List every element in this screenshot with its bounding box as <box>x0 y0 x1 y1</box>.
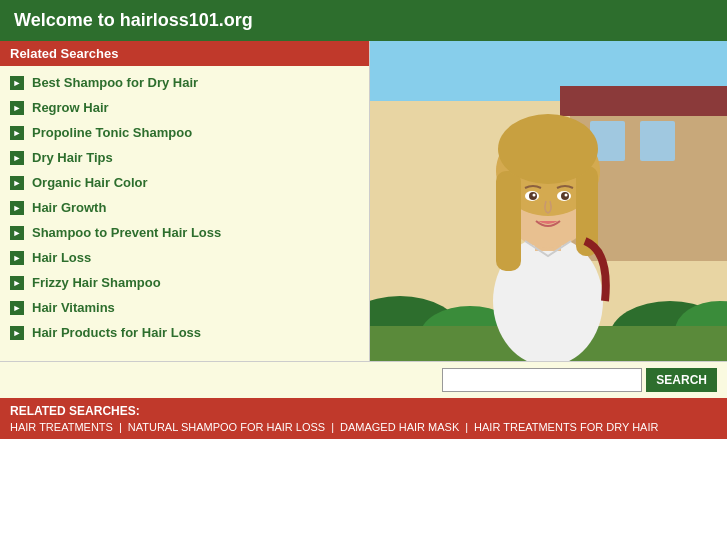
footer-link[interactable]: HAIR TREATMENTS <box>10 421 113 433</box>
footer-related-label: RELATED SEARCHES: <box>10 404 717 418</box>
link-label: Hair Products for Hair Loss <box>32 325 201 340</box>
link-label: Frizzy Hair Shampoo <box>32 275 161 290</box>
main-container: Related Searches ►Best Shampoo for Dry H… <box>0 41 727 361</box>
svg-rect-5 <box>640 121 675 161</box>
link-item[interactable]: ►Hair Loss <box>0 245 369 270</box>
svg-rect-15 <box>496 171 521 271</box>
link-label: Organic Hair Color <box>32 175 148 190</box>
arrow-icon: ► <box>10 301 24 315</box>
link-item[interactable]: ►Regrow Hair <box>0 95 369 120</box>
link-item[interactable]: ►Hair Vitamins <box>0 295 369 320</box>
footer-separator: | <box>331 421 334 433</box>
footer-link[interactable]: DAMAGED HAIR MASK <box>340 421 459 433</box>
link-label: Best Shampoo for Dry Hair <box>32 75 198 90</box>
left-panel: Related Searches ►Best Shampoo for Dry H… <box>0 41 370 361</box>
arrow-icon: ► <box>10 101 24 115</box>
hero-image <box>370 41 727 361</box>
arrow-icon: ► <box>10 176 24 190</box>
arrow-icon: ► <box>10 276 24 290</box>
link-item[interactable]: ►Frizzy Hair Shampoo <box>0 270 369 295</box>
search-input[interactable] <box>442 368 642 392</box>
header-title: Welcome to hairloss101.org <box>14 10 253 30</box>
link-label: Dry Hair Tips <box>32 150 113 165</box>
svg-rect-3 <box>560 86 727 116</box>
link-item[interactable]: ►Hair Products for Hair Loss <box>0 320 369 345</box>
link-item[interactable]: ►Propoline Tonic Shampoo <box>0 120 369 145</box>
arrow-icon: ► <box>10 151 24 165</box>
footer-link[interactable]: NATURAL SHAMPOO FOR HAIR LOSS <box>128 421 325 433</box>
footer-link[interactable]: HAIR TREATMENTS FOR DRY HAIR <box>474 421 658 433</box>
search-button[interactable]: SEARCH <box>646 368 717 392</box>
link-label: Propoline Tonic Shampoo <box>32 125 192 140</box>
footer: RELATED SEARCHES: HAIR TREATMENTS|NATURA… <box>0 398 727 439</box>
link-item[interactable]: ►Hair Growth <box>0 195 369 220</box>
related-searches-header: Related Searches <box>0 41 369 66</box>
right-panel <box>370 41 727 361</box>
link-label: Hair Loss <box>32 250 91 265</box>
link-item[interactable]: ►Organic Hair Color <box>0 170 369 195</box>
arrow-icon: ► <box>10 126 24 140</box>
link-list: ►Best Shampoo for Dry Hair►Regrow Hair►P… <box>0 66 369 349</box>
link-label: Shampoo to Prevent Hair Loss <box>32 225 221 240</box>
link-item[interactable]: ►Best Shampoo for Dry Hair <box>0 70 369 95</box>
link-label: Hair Vitamins <box>32 300 115 315</box>
arrow-icon: ► <box>10 226 24 240</box>
arrow-icon: ► <box>10 76 24 90</box>
svg-point-23 <box>565 194 568 197</box>
arrow-icon: ► <box>10 201 24 215</box>
search-row: SEARCH <box>0 361 727 398</box>
link-item[interactable]: ►Dry Hair Tips <box>0 145 369 170</box>
arrow-icon: ► <box>10 326 24 340</box>
link-label: Hair Growth <box>32 200 106 215</box>
link-label: Regrow Hair <box>32 100 109 115</box>
footer-separator: | <box>465 421 468 433</box>
link-item[interactable]: ►Shampoo to Prevent Hair Loss <box>0 220 369 245</box>
footer-links: HAIR TREATMENTS|NATURAL SHAMPOO FOR HAIR… <box>10 421 717 433</box>
page-header: Welcome to hairloss101.org <box>0 0 727 41</box>
svg-point-17 <box>498 114 598 184</box>
arrow-icon: ► <box>10 251 24 265</box>
svg-point-22 <box>533 194 536 197</box>
footer-separator: | <box>119 421 122 433</box>
